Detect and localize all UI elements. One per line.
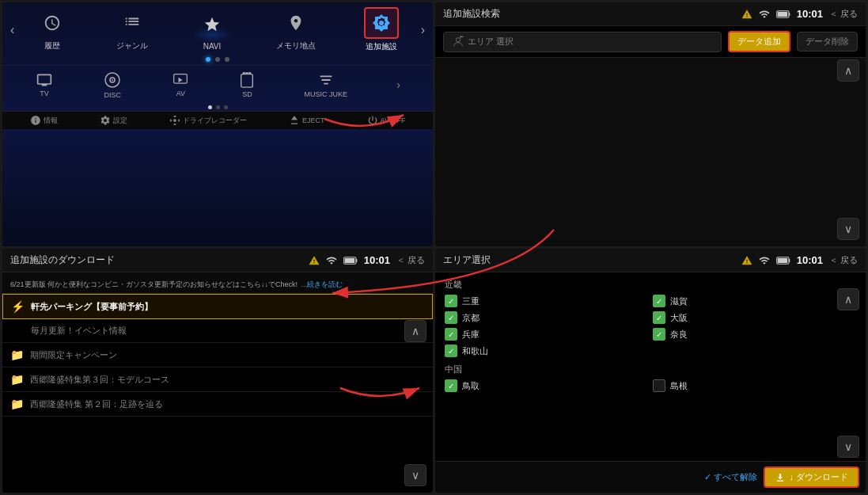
download-title: 追加施設のダウンロード — [10, 253, 115, 267]
status-settings[interactable]: 設定 — [100, 115, 127, 126]
dot-1 — [206, 57, 210, 62]
label-wakayama: 和歌山 — [462, 345, 488, 357]
status-info[interactable]: 情報 — [30, 115, 58, 126]
scroll-up-button[interactable]: ∧ — [837, 59, 859, 82]
scroll-down-button[interactable]: ∨ — [837, 218, 859, 240]
status-eject[interactable]: EJECT — [289, 115, 325, 126]
checkbox-wakayama-box[interactable]: ✓ — [445, 345, 457, 357]
status-drive[interactable]: ドライブレコーダー — [169, 115, 247, 126]
menu-item-facility[interactable]: 追加施設 — [364, 7, 399, 52]
checkbox-tottori[interactable]: ✓ 鳥取 — [445, 379, 649, 392]
checkbox-nara-box[interactable]: ✓ — [653, 328, 665, 341]
menu-item-history-label: 履歴 — [44, 40, 60, 51]
av-item-tv[interactable]: TV — [35, 72, 54, 97]
label-nara: 奈良 — [670, 329, 688, 341]
dl-item-saigo2[interactable]: 📁 西郷隆盛特集 第２回：足跡を辿る — [2, 392, 433, 417]
svg-rect-12 — [344, 257, 354, 262]
page-dot-3 — [224, 105, 228, 109]
checkbox-tottori-box[interactable]: ✓ — [445, 379, 457, 392]
dl-item-saigo1-label: 西郷隆盛特集第３回：モデルコース — [30, 374, 169, 386]
checkbox-shimane[interactable]: 島根 — [653, 379, 857, 392]
parking-icon: ⚡ — [11, 300, 25, 313]
checkbox-shiga-box[interactable]: ✓ — [653, 295, 665, 307]
area-scroll-up-button[interactable]: ∧ — [837, 288, 859, 310]
checkbox-kyoto[interactable]: ✓ 京都 — [445, 311, 649, 324]
svg-rect-8 — [777, 11, 787, 16]
area-wifi-icon — [759, 255, 770, 266]
checkbox-hyogo[interactable]: ✓ 兵庫 — [445, 328, 649, 341]
search-back-button[interactable]: ＜ 戻る — [829, 8, 858, 20]
dl-item-saigo1[interactable]: 📁 西郷隆盛特集第３回：モデルコース — [2, 367, 433, 392]
panel-main-menu: ‹ 履歴 ジャンル — [2, 2, 433, 246]
area-scroll-down-button[interactable]: ∨ — [837, 436, 859, 458]
right-arrow[interactable]: › — [421, 23, 425, 37]
download-back-button[interactable]: ＜ 戻る — [396, 254, 425, 266]
svg-rect-4 — [174, 74, 188, 84]
search-content-area — [435, 58, 866, 246]
checkbox-shiga[interactable]: ✓ 滋賀 — [653, 295, 857, 307]
checkbox-kyoto-box[interactable]: ✓ — [445, 311, 457, 324]
dl-item-parking-label: 軒先パーキング【要事前予約】 — [31, 301, 424, 313]
data-delete-button[interactable]: データ削除 — [797, 32, 858, 51]
dl-item-event-label: 毎月更新！イベント情報 — [31, 325, 127, 337]
av-item-av-label: AV — [176, 89, 185, 97]
dl-item-campaign[interactable]: 📁 期間限定キャンペーン — [2, 343, 433, 367]
area-select-button[interactable]: エリア 選択 — [443, 32, 722, 52]
svg-rect-5 — [241, 74, 253, 88]
av-item-disc[interactable]: DISC — [103, 70, 122, 99]
dl-scroll-up-button[interactable]: ∧ — [404, 320, 426, 342]
menu-item-navi[interactable]: NAVI — [196, 10, 228, 51]
panel-download: 追加施設のダウンロード 10:01 ＜ 戻る 6/21更新版 何かと便利なコンビ… — [2, 249, 433, 493]
menu-item-history[interactable]: 履歴 — [36, 8, 68, 51]
region-chugoku-label: 中国 — [445, 364, 856, 375]
folder-icon-1: 📁 — [10, 348, 24, 361]
av-item-sd[interactable]: SD — [239, 71, 255, 98]
dl-item-parking[interactable]: ⚡ 軒先パーキング【要事前予約】 — [2, 294, 433, 319]
checkbox-osaka[interactable]: ✓ 大阪 — [653, 311, 857, 324]
info-link[interactable]: ...続きを読む — [301, 280, 343, 288]
status-settings-label: 設定 — [113, 116, 127, 126]
menu-item-memory[interactable]: メモリ地点 — [276, 8, 316, 51]
label-shimane: 島根 — [670, 380, 688, 392]
label-kyoto: 京都 — [462, 312, 479, 324]
av-right-arrow[interactable]: › — [396, 78, 400, 91]
download-list: ⚡ 軒先パーキング【要事前予約】 毎月更新！イベント情報 📁 期間限定キャンペー… — [2, 294, 433, 493]
area-time: 10:01 — [797, 254, 823, 266]
status-info-label: 情報 — [44, 116, 58, 126]
checkbox-mie-box[interactable]: ✓ — [445, 295, 457, 307]
menu-item-genre[interactable]: ジャンル — [116, 8, 148, 51]
folder-icon-3: 📁 — [10, 398, 24, 410]
av-item-tv-label: TV — [40, 89, 49, 97]
svg-point-6 — [173, 119, 176, 122]
folder-icon-2: 📁 — [10, 373, 24, 386]
svg-rect-9 — [789, 12, 790, 15]
download-button[interactable]: ↓ ダウンロード — [764, 466, 859, 488]
dl-item-event[interactable]: 毎月更新！イベント情報 — [2, 319, 433, 343]
area-grid-content: 近畿 ✓ 三重 ✓ 滋賀 ✓ 京都 — [435, 272, 866, 461]
checkbox-wakayama[interactable]: ✓ 和歌山 — [445, 345, 649, 357]
checkbox-mie[interactable]: ✓ 三重 — [445, 295, 649, 307]
data-add-button[interactable]: データ追加 — [728, 31, 790, 52]
checkbox-nara[interactable]: ✓ 奈良 — [653, 328, 857, 341]
area-placeholder: エリア 選択 — [468, 36, 514, 48]
warning-icon — [741, 9, 752, 20]
av-item-sd-label: SD — [242, 90, 252, 98]
checkbox-hyogo-box[interactable]: ✓ — [445, 328, 457, 341]
status-eject-label: EJECT — [302, 116, 325, 124]
search-title: 追加施設検索 — [443, 7, 500, 21]
clear-all-button[interactable]: ✓ すべて解除 — [704, 471, 757, 483]
label-osaka: 大阪 — [670, 312, 688, 324]
page-dot-1 — [208, 105, 212, 109]
region-kinki-label: 近畿 — [445, 279, 856, 291]
av-item-music[interactable]: MUSIC JUKE — [305, 71, 348, 98]
status-avoff-label: AV OFF — [381, 116, 406, 124]
menu-item-facility-label: 追加施設 — [366, 41, 397, 52]
checkbox-osaka-box[interactable]: ✓ — [653, 311, 665, 324]
status-avoff[interactable]: AV OFF — [367, 115, 406, 126]
status-drive-label: ドライブレコーダー — [183, 116, 247, 126]
dot-3 — [225, 57, 229, 62]
checkbox-shimane-box[interactable] — [653, 379, 665, 392]
dl-scroll-down-button[interactable]: ∨ — [404, 464, 426, 486]
av-item-av[interactable]: AV — [171, 72, 190, 97]
area-back-button[interactable]: ＜ 戻る — [829, 254, 858, 266]
